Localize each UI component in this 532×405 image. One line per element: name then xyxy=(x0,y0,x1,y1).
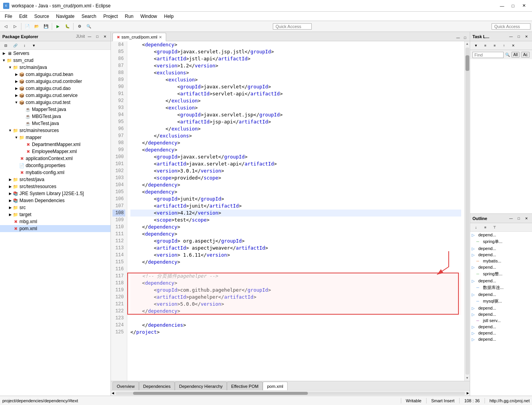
outline-maximize-btn[interactable]: □ xyxy=(516,215,522,222)
toolbar-btn-misc1[interactable]: ⚙ xyxy=(75,22,84,31)
code-line[interactable]: <artifactId>jsp-api</artifactId> xyxy=(130,118,461,125)
h-scroll-thumb[interactable] xyxy=(133,392,308,395)
tree-arrow[interactable]: ▼ xyxy=(2,58,6,62)
tree-item[interactable]: ▼📦com.atguigu.crud.test xyxy=(0,99,111,106)
outline-sort-btn[interactable]: ⊤ xyxy=(490,223,499,232)
tree-arrow[interactable]: ▶ xyxy=(8,206,12,210)
bottom-tab-effective-pom[interactable]: Effective POM xyxy=(227,382,263,390)
code-line[interactable]: <exclusions> xyxy=(130,69,461,76)
code-line[interactable]: </exclusion> xyxy=(130,125,461,132)
toolbar-btn-misc2[interactable]: 🔍 xyxy=(84,22,93,31)
tree-arrow[interactable]: ▶ xyxy=(14,79,19,83)
code-line[interactable]: </dependency> xyxy=(130,308,461,315)
code-line[interactable]: <groupId> org.aspectj</groupId> xyxy=(130,238,461,245)
code-line[interactable]: <artifactId>jstl-api</artifactId> xyxy=(130,55,461,62)
toolbar-btn-open[interactable]: 📂 xyxy=(32,22,41,31)
scroll-up-arrow[interactable]: ▲ xyxy=(465,41,470,47)
tree-link-btn[interactable]: 🔗 xyxy=(11,41,19,50)
tree-item[interactable]: ✖DepartmentMapper.xml xyxy=(0,141,111,148)
code-line[interactable] xyxy=(130,315,461,322)
tree-arrow[interactable]: ▶ xyxy=(14,72,19,76)
outline-item[interactable]: ▷depend... xyxy=(470,264,532,270)
bottom-tab-overview[interactable]: Overview xyxy=(112,382,139,390)
tree-item[interactable]: ▶🖥Servers xyxy=(0,50,111,57)
outline-item[interactable]: ─spring单... xyxy=(470,238,532,245)
toolbar-btn-debug[interactable]: 🐛 xyxy=(63,22,72,31)
task-minimize-btn[interactable]: — xyxy=(508,33,514,40)
close-button[interactable]: ✕ xyxy=(519,2,529,10)
code-line[interactable]: </exclusions> xyxy=(130,132,461,139)
tree-collapse-btn[interactable]: ⊟ xyxy=(2,41,10,50)
tree-item[interactable]: ✖pom.xml xyxy=(0,225,111,232)
code-line[interactable]: <artifactId> aspectjweaver</artifactId> xyxy=(130,245,461,252)
tab-close-pom[interactable]: ✕ xyxy=(159,35,162,39)
toolbar-btn-back[interactable]: ◁ xyxy=(2,22,10,31)
menu-item-project[interactable]: Project xyxy=(100,13,121,20)
tree-item[interactable]: ☕MvcTest.java xyxy=(0,120,111,127)
tree-arrow[interactable]: ▼ xyxy=(8,65,12,69)
tree-item[interactable]: ▶📦com.atguigu.crud.bean xyxy=(0,71,111,78)
tree-item[interactable]: ▼📁src/main/java xyxy=(0,64,111,71)
code-line[interactable]: <groupId>javax.servlet</groupId> xyxy=(130,83,461,90)
code-line[interactable]: <scope>provided</scope> xyxy=(130,174,461,181)
tree-arrow[interactable]: ▶ xyxy=(2,51,6,55)
code-line[interactable]: <artifactId>javax.servlet-api</artifactI… xyxy=(130,160,461,167)
scroll-down-arrow[interactable]: ▼ xyxy=(465,375,470,381)
tree-arrow[interactable]: ▶ xyxy=(8,185,12,188)
find-all-btn[interactable]: All xyxy=(511,52,520,58)
task-close-btn[interactable]: ✕ xyxy=(523,33,530,40)
task-maximize-btn[interactable]: □ xyxy=(516,33,522,40)
tree-item[interactable]: ✖mybatis-config.xml xyxy=(0,169,111,176)
tree-item[interactable]: ☕MBGTest.java xyxy=(0,113,111,120)
menu-item-source[interactable]: Source xyxy=(31,13,52,20)
toolbar-btn-new[interactable]: 📄 xyxy=(23,22,32,31)
code-line[interactable]: <artifactId>servlet-api</artifactId> xyxy=(130,90,461,97)
tree-arrow[interactable]: ▶ xyxy=(8,213,12,217)
outline-item[interactable]: ▷depend... xyxy=(470,324,532,330)
scroll-right-arrow[interactable]: ▶ xyxy=(467,391,469,395)
tree-arrow[interactable]: ▼ xyxy=(14,100,19,104)
outline-item[interactable]: ▷depend... xyxy=(470,245,532,252)
panel-minimize-btn[interactable]: — xyxy=(86,33,93,40)
outline-item[interactable]: ▷depend... xyxy=(470,291,532,298)
outline-item[interactable]: ─jstl serv... xyxy=(470,317,532,324)
editor-maximize-btn[interactable]: □ xyxy=(462,35,468,41)
tree-arrow[interactable]: ▶ xyxy=(14,86,19,90)
task-btn2[interactable]: ≡ xyxy=(481,41,490,50)
outline-minimize-btn[interactable]: — xyxy=(508,215,514,222)
code-line[interactable]: <dependency> xyxy=(130,280,461,287)
scroll-left-arrow[interactable]: ◀ xyxy=(112,391,114,395)
code-line[interactable]: </exclusion> xyxy=(130,97,461,104)
menu-item-run[interactable]: Run xyxy=(122,13,137,20)
find-search-icon[interactable]: 🔍 xyxy=(505,53,510,57)
tree-item[interactable]: ✖applicationContext.xml xyxy=(0,155,111,162)
h-scroll-track[interactable] xyxy=(116,392,465,395)
outline-item[interactable]: ▷depend... xyxy=(470,305,532,311)
tree-item[interactable]: ▼📁ssm_crud xyxy=(0,57,111,64)
code-line[interactable]: </project> xyxy=(130,329,461,336)
menu-item-file[interactable]: File xyxy=(2,13,15,20)
code-line[interactable]: <dependency> xyxy=(130,146,461,153)
outline-close-btn[interactable]: ✕ xyxy=(523,215,530,222)
task-btn1[interactable]: ▼ xyxy=(472,41,480,50)
editor-minimize-btn[interactable]: — xyxy=(455,35,461,41)
bottom-tab-dependency-hierarchy[interactable]: Dependency Hierarchy xyxy=(175,382,227,390)
tree-item[interactable]: ▶📁src/test/java xyxy=(0,176,111,183)
code-line[interactable]: </dependency> xyxy=(130,139,461,146)
scroll-thumb[interactable] xyxy=(465,55,469,71)
task-find-input[interactable] xyxy=(472,52,504,58)
outline-item[interactable]: ─mysql驱... xyxy=(470,298,532,305)
scroll-track[interactable] xyxy=(465,48,469,375)
quick-access-input[interactable] xyxy=(273,23,312,30)
code-line[interactable]: </dependency> xyxy=(130,181,461,188)
toolbar-btn-save[interactable]: 💾 xyxy=(42,22,50,31)
code-line[interactable]: <groupId>javax.servlet.jsp</groupId> xyxy=(130,111,461,118)
code-line[interactable]: <scope>test</scope> xyxy=(130,217,461,224)
menu-item-search[interactable]: Search xyxy=(78,13,99,20)
outline-item[interactable]: ─mybatis... xyxy=(470,258,532,264)
code-line[interactable]: <groupId>javax.servlet</groupId> xyxy=(130,153,461,160)
menu-item-edit[interactable]: Edit xyxy=(16,13,30,20)
outline-item[interactable]: ▷depend... xyxy=(470,311,532,317)
tree-sync-btn[interactable]: ↕ xyxy=(20,41,29,50)
code-line[interactable]: <artifactId>junit</artifactId> xyxy=(130,202,461,210)
